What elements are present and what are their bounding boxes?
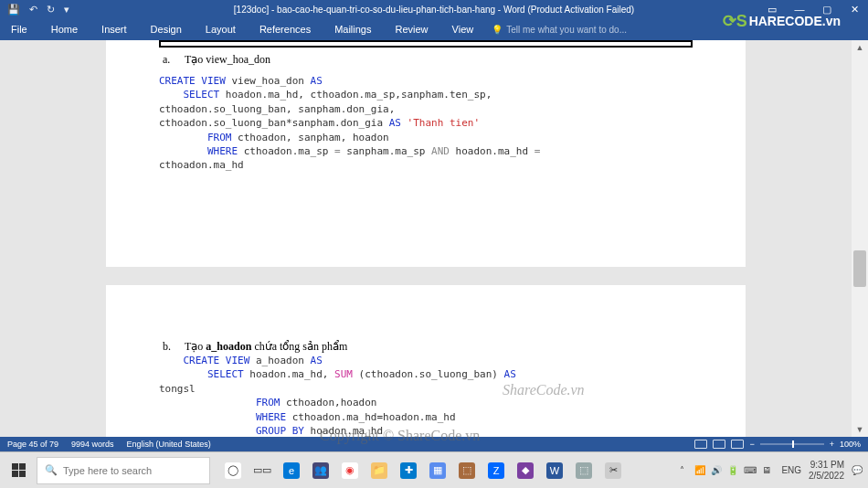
edge-icon[interactable]: e <box>278 452 305 489</box>
list-marker: b. <box>163 340 174 354</box>
page-gap <box>0 267 852 285</box>
tell-me-placeholder: Tell me what you want to do... <box>506 25 627 35</box>
code-block-b: CREATE VIEW a_hoadon AS SELECT hoadon.ma… <box>159 354 693 437</box>
zoom-level[interactable]: 100% <box>840 440 861 449</box>
start-button[interactable] <box>0 452 37 489</box>
save-icon[interactable]: 💾 <box>7 4 20 16</box>
document-title: [123doc] - bao-cao-he-quan-tri-co-so-du-… <box>234 5 634 15</box>
tab-design[interactable]: Design <box>145 24 187 35</box>
files-icon[interactable]: 📁 <box>365 452 393 489</box>
document-page[interactable]: b. Tạo a_hoadon chứa tổng sản phẩm CREAT… <box>106 285 746 437</box>
web-layout-icon[interactable] <box>731 440 744 449</box>
tray-icon-1[interactable]: 🔊 <box>711 465 722 475</box>
tray-language[interactable]: ENG <box>781 465 801 475</box>
word-icon[interactable]: W <box>541 452 568 489</box>
app3-icon[interactable]: ◆ <box>512 452 539 489</box>
zoom-in-button[interactable]: + <box>830 440 834 449</box>
app4-icon[interactable]: ⬚ <box>570 452 598 489</box>
quick-access-toolbar: 💾 ↶ ↻ ▾ <box>0 4 77 16</box>
tray-date: 2/5/2022 <box>809 471 844 482</box>
tray-icon-4[interactable]: 🖥 <box>762 465 771 475</box>
code-frame <box>159 40 693 48</box>
taskbar-apps: ◯▭▭e👥◉📁✚▦⬚Z◆W⬚✂ <box>219 452 627 489</box>
scroll-up-icon[interactable]: ▲ <box>852 40 868 55</box>
notifications-icon[interactable]: 💬 <box>852 465 863 475</box>
redo-icon[interactable]: ↻ <box>47 4 55 16</box>
tab-references[interactable]: References <box>254 24 316 35</box>
scrollbar-thumb[interactable] <box>853 250 866 287</box>
system-tray: ˄ 📶🔊🔋⌨🖥 ENG 9:31 PM 2/5/2022 💬 <box>674 460 868 482</box>
status-page[interactable]: Page 45 of 79 <box>7 440 58 449</box>
list-marker: a. <box>163 53 174 67</box>
tab-review[interactable]: Review <box>390 24 434 35</box>
tray-clock[interactable]: 9:31 PM 2/5/2022 <box>809 460 844 482</box>
zoom-slider[interactable] <box>760 443 824 445</box>
taskbar: 🔍 Type here to search ◯▭▭e👥◉📁✚▦⬚Z◆W⬚✂ ˄ … <box>0 451 868 488</box>
tray-icon-3[interactable]: ⌨ <box>744 465 757 475</box>
read-mode-icon[interactable] <box>694 440 707 449</box>
snip-icon[interactable]: ✂ <box>599 452 627 489</box>
tab-view[interactable]: View <box>447 24 480 35</box>
tray-time: 9:31 PM <box>809 460 844 471</box>
zoom-out-button[interactable]: − <box>749 440 754 449</box>
search-icon: 🔍 <box>45 464 58 476</box>
list-text-b: Tạo a_hoadon chứa tổng sản phẩm <box>185 340 347 354</box>
taskbar-search[interactable]: 🔍 Type here to search <box>37 457 210 484</box>
tray-icon-0[interactable]: 📶 <box>694 465 705 475</box>
lightbulb-icon: 💡 <box>492 25 503 35</box>
scroll-down-icon[interactable]: ▼ <box>852 422 868 437</box>
document-area[interactable]: a. Tạo view_hoa_don CREATE VIEW view_hoa… <box>0 40 852 437</box>
taskbar-search-placeholder: Type here to search <box>63 465 152 476</box>
cortana-icon[interactable]: ◯ <box>219 452 247 489</box>
document-page[interactable]: a. Tạo view_hoa_don CREATE VIEW view_hoa… <box>106 40 746 267</box>
teams-icon[interactable]: 👥 <box>307 452 334 489</box>
tab-home[interactable]: Home <box>46 24 83 35</box>
sharecode-logo: ⟳S HARECODE.vn <box>723 11 841 31</box>
list-item-b: b. Tạo a_hoadon chứa tổng sản phẩm <box>163 340 693 354</box>
tray-chevron-icon[interactable]: ˄ <box>680 465 684 475</box>
tab-mailings[interactable]: Mailings <box>329 24 376 35</box>
windows-icon <box>12 463 26 477</box>
undo-icon[interactable]: ↶ <box>29 4 37 16</box>
app1-icon[interactable]: ▦ <box>424 452 451 489</box>
sharecode-text: HARECODE.vn <box>749 14 841 28</box>
status-bar: Page 45 of 79 9994 words English (United… <box>0 437 868 451</box>
list-item-a: a. Tạo view_hoa_don <box>163 53 693 67</box>
tell-me-search[interactable]: 💡 Tell me what you want to do... <box>492 25 627 35</box>
taskview-icon[interactable]: ▭▭ <box>249 452 276 489</box>
close-button[interactable]: ✕ <box>841 0 868 18</box>
list-text-a: Tạo view_hoa_don <box>185 53 270 67</box>
tab-insert[interactable]: Insert <box>96 24 132 35</box>
code-icon[interactable]: ✚ <box>395 452 422 489</box>
status-words[interactable]: 9994 words <box>71 440 114 449</box>
print-layout-icon[interactable] <box>713 440 725 449</box>
chrome-icon[interactable]: ◉ <box>336 452 364 489</box>
tab-file[interactable]: File <box>5 24 33 35</box>
zalo-icon[interactable]: Z <box>482 452 510 489</box>
sharecode-icon: ⟳S <box>723 11 747 31</box>
status-language[interactable]: English (United States) <box>127 440 211 449</box>
vertical-scrollbar[interactable]: ▲ ▼ <box>852 40 868 437</box>
app2-icon[interactable]: ⬚ <box>453 452 481 489</box>
tab-layout[interactable]: Layout <box>200 24 241 35</box>
qat-more-icon[interactable]: ▾ <box>64 4 69 16</box>
tray-icon-2[interactable]: 🔋 <box>727 465 738 475</box>
code-block-a: CREATE VIEW view_hoa_don AS SELECT hoado… <box>159 74 693 173</box>
